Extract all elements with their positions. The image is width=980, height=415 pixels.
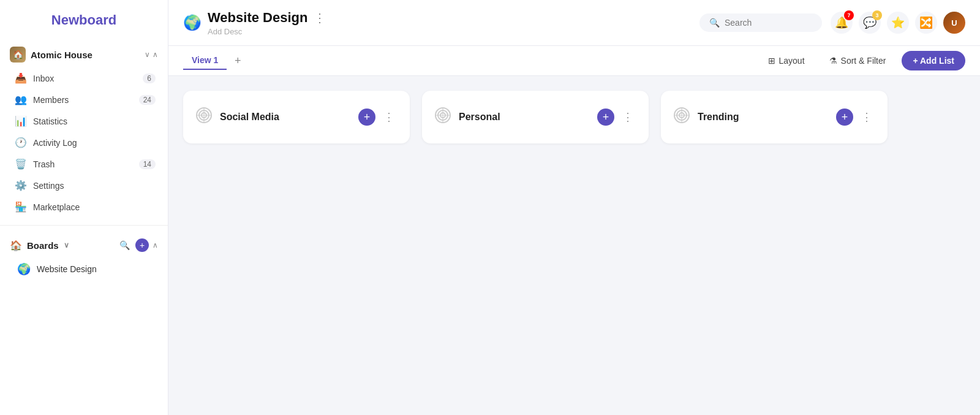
trash-badge: 14 — [139, 159, 156, 169]
sidebar-item-label-members: Members — [33, 95, 69, 105]
boards-search-icon[interactable]: 🔍 — [117, 238, 132, 253]
list-title-trending: Trending — [698, 112, 739, 123]
list-card-left-personal: Personal — [434, 107, 500, 128]
sidebar-item-trash[interactable]: 🗑️ Trash 14 — [0, 153, 168, 175]
layout-icon: ⊞ — [768, 56, 775, 66]
sidebar-item-label-trash: Trash — [33, 159, 55, 169]
marketplace-icon: 🏪 — [15, 201, 27, 213]
list-title-social-media: Social Media — [220, 112, 279, 123]
board-title: Website Design — [208, 10, 307, 26]
boards-home-icon: 🏠 — [10, 240, 22, 251]
list-add-button-personal[interactable]: + — [597, 109, 614, 126]
list-add-button-social[interactable]: + — [358, 109, 375, 126]
sidebar-item-marketplace[interactable]: 🏪 Marketplace — [0, 196, 168, 218]
help-button[interactable]: 🔀 — [915, 12, 937, 34]
board-content: Social Media + ⋮ Personal — [168, 76, 980, 415]
settings-icon: ⚙️ — [15, 180, 27, 191]
list-more-button-trending[interactable]: ⋮ — [858, 109, 875, 126]
boards-section-header[interactable]: 🏠 Boards ∨ 🔍 + ∧ — [0, 233, 168, 257]
boards-section-label: Boards — [27, 240, 59, 251]
sidebar-item-label-settings: Settings — [33, 181, 64, 191]
layout-button[interactable]: ⊞ Layout — [760, 52, 813, 69]
sidebar-item-label-activity-log: Activity Log — [33, 138, 77, 148]
sidebar-item-label-marketplace: Marketplace — [33, 202, 80, 212]
list-card-trending: Trending + ⋮ — [661, 91, 888, 143]
list-card-right-trending: + ⋮ — [836, 109, 875, 126]
board-label-website-design: Website Design — [37, 264, 97, 274]
sort-filter-label: Sort & Filter — [841, 56, 886, 66]
workspace-icon: 🏠 — [10, 47, 26, 63]
board-more-options-icon[interactable]: ⋮ — [314, 10, 326, 25]
header-icons: 🔔 7 💬 3 ⭐ 🔀 U — [831, 12, 965, 34]
toolbar-right: ⊞ Layout ⚗ Sort & Filter + Add List — [760, 51, 966, 70]
list-card-left-trending: Trending — [673, 107, 739, 128]
boards-chevron-down: ∨ — [64, 241, 69, 249]
user-avatar[interactable]: U — [943, 12, 965, 34]
messages-button[interactable]: 💬 3 — [859, 12, 881, 34]
add-list-button[interactable]: + Add List — [902, 51, 965, 70]
sidebar-item-label-statistics: Statistics — [33, 116, 67, 126]
sidebar-item-members[interactable]: 👥 Members 24 — [0, 89, 168, 110]
list-goal-icon-trending — [673, 107, 690, 128]
list-card-social-media: Social Media + ⋮ — [183, 91, 410, 143]
sort-filter-button[interactable]: ⚗ Sort & Filter — [821, 52, 895, 69]
list-more-button-social[interactable]: ⋮ — [380, 109, 398, 126]
search-input[interactable] — [725, 18, 812, 28]
sidebar-item-settings[interactable]: ⚙️ Settings — [0, 175, 168, 196]
list-card-right-social: + ⋮ — [358, 109, 398, 126]
header-title-block: Website Design ⋮ Add Desc — [208, 10, 326, 36]
members-icon: 👥 — [15, 94, 27, 105]
sidebar: Newboard 🏠 Atomic House ∨ ∧ 📥 Inbox 6 👥 … — [0, 0, 168, 415]
list-card-left-social: Social Media — [195, 107, 279, 128]
statistics-icon: 📊 — [15, 115, 27, 127]
board-title-emoji: 🌍 — [183, 14, 202, 31]
main-content: 🌍 Website Design ⋮ Add Desc 🔍 🔔 7 💬 — [168, 0, 980, 415]
list-card-personal: Personal + ⋮ — [422, 91, 649, 143]
workspace-chevron-up: ∧ — [153, 50, 158, 59]
add-tab-button[interactable]: + — [229, 52, 246, 69]
sidebar-divider — [0, 225, 168, 226]
header-right: 🔍 🔔 7 💬 3 ⭐ 🔀 U — [699, 12, 965, 34]
list-add-button-trending[interactable]: + — [836, 109, 853, 126]
inbox-icon: 📥 — [15, 72, 27, 84]
list-title-personal: Personal — [459, 112, 500, 123]
header-left: 🌍 Website Design ⋮ Add Desc — [183, 10, 326, 36]
notification-badge: 7 — [844, 10, 854, 20]
board-emoji-website-design: 🌍 — [17, 262, 31, 276]
inbox-badge: 6 — [143, 74, 156, 83]
top-header: 🌍 Website Design ⋮ Add Desc 🔍 🔔 7 💬 — [168, 0, 980, 46]
app-logo: Newboard — [0, 12, 168, 28]
workspace-chevron-down: ∨ — [145, 50, 150, 59]
sidebar-item-statistics[interactable]: 📊 Statistics — [0, 110, 168, 132]
layout-label: Layout — [779, 56, 805, 66]
boards-add-board-icon[interactable]: + — [135, 238, 149, 252]
trash-icon: 🗑️ — [15, 158, 27, 170]
sidebar-item-inbox[interactable]: 📥 Inbox 6 — [0, 67, 168, 89]
notifications-button[interactable]: 🔔 7 — [831, 12, 853, 34]
list-goal-icon-social — [195, 107, 213, 128]
add-list-label: + Add List — [913, 56, 954, 66]
filter-icon: ⚗ — [829, 56, 837, 66]
add-desc-button[interactable]: Add Desc — [208, 27, 326, 36]
messages-badge: 3 — [872, 10, 882, 20]
workspace-section-header[interactable]: 🏠 Atomic House ∨ ∧ — [0, 42, 168, 67]
list-goal-icon-personal — [434, 107, 451, 128]
tabs: View 1 + — [183, 51, 246, 70]
boards-chevron-up: ∧ — [153, 241, 158, 249]
activity-log-icon: 🕐 — [15, 137, 27, 148]
search-box[interactable]: 🔍 — [699, 13, 822, 32]
members-badge: 24 — [139, 95, 156, 105]
favorites-button[interactable]: ⭐ — [887, 12, 909, 34]
sidebar-item-activity-log[interactable]: 🕐 Activity Log — [0, 132, 168, 153]
sidebar-item-website-design[interactable]: 🌍 Website Design — [0, 257, 168, 281]
search-icon: 🔍 — [709, 18, 720, 28]
workspace-name: Atomic House — [31, 50, 92, 60]
tab-view1[interactable]: View 1 — [183, 51, 227, 70]
sidebar-item-label-inbox: Inbox — [33, 74, 54, 83]
avatar-initials: U — [951, 18, 957, 28]
list-more-button-personal[interactable]: ⋮ — [619, 109, 636, 126]
toolbar: View 1 + ⊞ Layout ⚗ Sort & Filter + Add … — [168, 46, 980, 76]
tab-view1-label: View 1 — [192, 55, 218, 65]
list-card-right-personal: + ⋮ — [597, 109, 636, 126]
